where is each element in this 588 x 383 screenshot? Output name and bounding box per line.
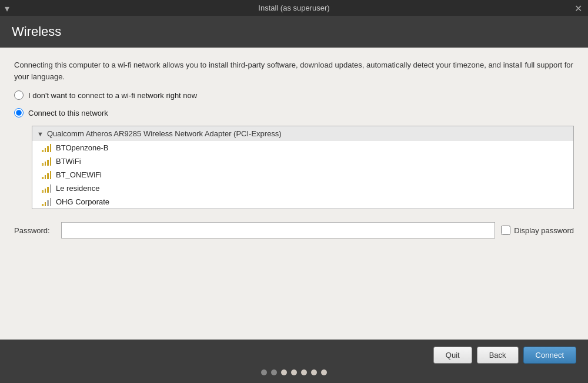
network-item[interactable]: OHG Corporate bbox=[32, 195, 573, 209]
adapter-name: Qualcomm Atheros AR9285 Wireless Network… bbox=[47, 129, 282, 138]
page-title: Wireless bbox=[12, 24, 61, 39]
network-item[interactable]: BTWiFi bbox=[32, 154, 573, 168]
radio-connect-input[interactable] bbox=[14, 108, 24, 117]
progress-dot bbox=[301, 369, 307, 375]
back-button[interactable]: Back bbox=[477, 347, 519, 364]
network-name: OHG Corporate bbox=[56, 197, 109, 206]
network-item[interactable]: Le residence bbox=[32, 182, 573, 195]
network-item[interactable]: BTOpenzone-B bbox=[32, 141, 573, 154]
radio-connect-label: Connect to this network bbox=[28, 109, 108, 117]
display-password-checkbox[interactable] bbox=[501, 226, 510, 235]
signal-icon bbox=[42, 184, 51, 193]
signal-icon bbox=[42, 198, 51, 206]
network-name: BTOpenzone-B bbox=[56, 143, 108, 152]
progress-dot bbox=[291, 369, 297, 375]
window-title: Install (as superuser) bbox=[258, 4, 329, 12]
signal-icon bbox=[42, 144, 51, 152]
display-password-label[interactable]: Display password bbox=[501, 226, 574, 235]
display-password-text: Display password bbox=[514, 226, 574, 235]
progress-dot bbox=[281, 369, 287, 375]
network-name: Le residence bbox=[56, 184, 99, 193]
signal-icon bbox=[42, 171, 51, 179]
radio-no-wifi-input[interactable] bbox=[14, 90, 24, 100]
content-area: Connecting this computer to a wi-fi netw… bbox=[0, 48, 588, 340]
progress-dot bbox=[321, 369, 327, 375]
titlebar: ▾ Install (as superuser) ✕ bbox=[0, 0, 588, 16]
network-adapter-row: ▼ Qualcomm Atheros AR9285 Wireless Netwo… bbox=[32, 126, 573, 141]
close-button[interactable]: ✕ bbox=[574, 2, 582, 14]
page-header: Wireless bbox=[0, 16, 588, 48]
button-row: Quit Back Connect bbox=[12, 347, 576, 364]
quit-button[interactable]: Quit bbox=[433, 347, 472, 364]
radio-no-wifi-label: I don't want to connect to a wi-fi netwo… bbox=[28, 91, 197, 100]
progress-dot bbox=[261, 369, 267, 375]
network-name: BT_ONEWiFi bbox=[56, 170, 102, 179]
window-menu[interactable]: ▾ bbox=[5, 2, 9, 14]
main-window: Wireless Connecting this computer to a w… bbox=[0, 16, 588, 382]
password-row: Password: Display password bbox=[14, 217, 574, 243]
network-tree: ▼ Qualcomm Atheros AR9285 Wireless Netwo… bbox=[32, 126, 574, 209]
network-item[interactable]: BT_ONEWiFi bbox=[32, 168, 573, 182]
adapter-arrow-icon: ▼ bbox=[37, 130, 44, 137]
network-name: BTWiFi bbox=[56, 157, 81, 166]
progress-dot bbox=[271, 369, 277, 375]
connect-button[interactable]: Connect bbox=[523, 347, 576, 364]
password-input[interactable] bbox=[61, 222, 495, 238]
progress-dots bbox=[12, 369, 576, 375]
password-label: Password: bbox=[14, 226, 55, 235]
signal-icon bbox=[42, 157, 51, 166]
progress-dot bbox=[311, 369, 317, 375]
radio-no-wifi[interactable]: I don't want to connect to a wi-fi netwo… bbox=[14, 90, 574, 100]
radio-connect[interactable]: Connect to this network bbox=[14, 108, 574, 117]
bottom-bar: Quit Back Connect bbox=[0, 340, 588, 382]
description-text: Connecting this computer to a wi-fi netw… bbox=[14, 59, 574, 82]
